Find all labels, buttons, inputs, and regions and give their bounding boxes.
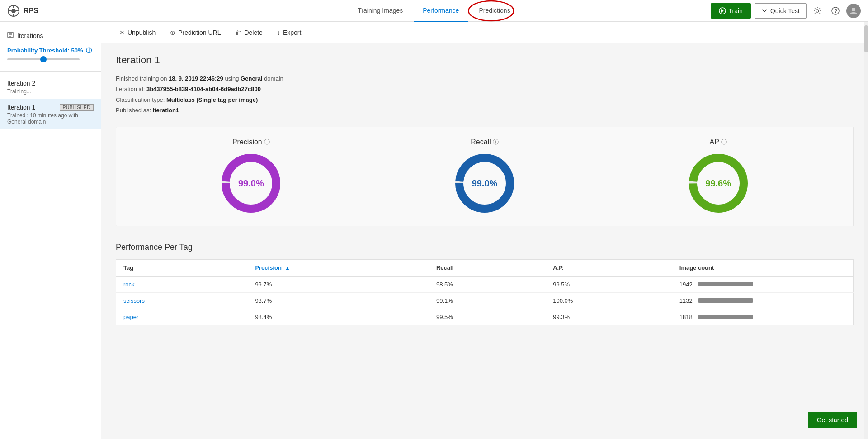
tab-training-images[interactable]: Training Images: [349, 0, 412, 22]
help-button[interactable]: ?: [828, 4, 843, 18]
cell-ap: 99.5%: [546, 276, 672, 293]
iteration1-name: Iteration 1: [7, 104, 35, 111]
probability-info-icon[interactable]: ⓘ: [86, 47, 92, 54]
recall-donut: 99.0%: [453, 152, 516, 215]
image-count-value: 1942: [679, 281, 696, 288]
cell-precision: 98.4%: [248, 309, 429, 325]
cell-ap: 99.3%: [546, 309, 672, 325]
probability-label: Probability Threshold: 50% ⓘ: [7, 47, 94, 55]
content-body: Iteration 1 Finished training on 18. 9. …: [101, 43, 868, 336]
get-started-button[interactable]: Get started: [808, 412, 857, 428]
tag-link[interactable]: paper: [123, 314, 138, 320]
app-logo: RPS: [7, 5, 38, 17]
svg-point-8: [816, 10, 819, 12]
col-header-image-count[interactable]: Image count: [672, 259, 854, 276]
precision-label: Precision ⓘ: [232, 138, 270, 146]
svg-text:?: ?: [835, 8, 838, 14]
cell-tag: scissors: [116, 292, 248, 309]
tag-link[interactable]: scissors: [123, 297, 145, 304]
table-row: rock 99.7% 98.5% 99.5% 1942: [116, 276, 854, 293]
train-button[interactable]: Train: [711, 3, 751, 19]
cell-image-count: 1818: [672, 309, 854, 325]
delete-button[interactable]: 🗑 Delete: [228, 22, 269, 43]
col-header-ap[interactable]: A.P.: [546, 259, 672, 276]
svg-point-1: [11, 9, 16, 13]
cell-recall: 99.1%: [429, 292, 546, 309]
unpublish-button[interactable]: ✕ Unpublish: [112, 22, 163, 43]
image-count-value: 1132: [679, 297, 696, 304]
sidebar-item-iteration1[interactable]: Iteration 1 PUBLISHED Trained : 10 minut…: [0, 99, 101, 129]
scrollbar[interactable]: [864, 22, 868, 439]
delete-icon: 🗑: [235, 29, 241, 36]
content-area: ✕ Unpublish ⊕ Prediction URL 🗑 Delete ↓ …: [101, 22, 868, 439]
iteration-title: Iteration 1: [116, 54, 854, 66]
recall-info-icon[interactable]: ⓘ: [493, 138, 499, 146]
tab-performance[interactable]: Performance: [414, 0, 468, 22]
prediction-url-icon: ⊕: [170, 29, 175, 36]
app-title: RPS: [24, 7, 38, 15]
ap-label: AP ⓘ: [709, 138, 726, 146]
image-count-bar: [698, 315, 753, 319]
precision-value: 99.0%: [238, 178, 264, 188]
performance-per-tag-title: Performance Per Tag: [116, 243, 854, 252]
col-header-tag[interactable]: Tag: [116, 259, 248, 276]
iteration2-subtitle: Training...: [7, 88, 94, 95]
content-toolbar: ✕ Unpublish ⊕ Prediction URL 🗑 Delete ↓ …: [101, 22, 868, 43]
settings-button[interactable]: [810, 4, 825, 18]
cell-image-count: 1132: [672, 292, 854, 309]
cell-tag: rock: [116, 276, 248, 293]
cell-ap: 100.0%: [546, 292, 672, 309]
cell-tag: paper: [116, 309, 248, 325]
metric-ap: AP ⓘ 99.6%: [687, 138, 750, 215]
cell-precision: 99.7%: [248, 276, 429, 293]
export-icon: ↓: [277, 29, 280, 36]
sidebar-iterations-header: Iterations: [0, 29, 101, 42]
quick-test-button[interactable]: Quick Test: [755, 3, 807, 19]
performance-table: Tag Precision ▲ Recall A.P.: [116, 259, 854, 325]
metric-precision: Precision ⓘ 99.0%: [219, 138, 283, 215]
cell-recall: 98.5%: [429, 276, 546, 293]
precision-info-icon[interactable]: ⓘ: [264, 138, 270, 146]
svg-point-11: [852, 8, 855, 11]
main-layout: Iterations Probability Threshold: 50% ⓘ …: [0, 22, 868, 439]
probability-slider[interactable]: [7, 58, 80, 60]
metrics-card: Precision ⓘ 99.0% Recall: [116, 127, 854, 226]
ap-value: 99.6%: [705, 178, 731, 188]
ap-info-icon[interactable]: ⓘ: [721, 138, 727, 146]
sidebar-divider: [0, 71, 101, 72]
recall-value: 99.0%: [472, 178, 498, 188]
export-button[interactable]: ↓ Export: [270, 22, 308, 43]
avatar[interactable]: [846, 4, 861, 18]
logo-icon: [7, 5, 20, 17]
recall-label: Recall ⓘ: [471, 138, 498, 146]
col-header-precision[interactable]: Precision ▲: [248, 259, 429, 276]
sidebar-item-iteration2[interactable]: Iteration 2 Training...: [0, 75, 101, 99]
table-row: scissors 98.7% 99.1% 100.0% 1132: [116, 292, 854, 309]
iteration-meta: Finished training on 18. 9. 2019 22:46:2…: [116, 73, 854, 116]
iterations-icon: [7, 32, 14, 39]
prediction-url-button[interactable]: ⊕ Prediction URL: [163, 22, 228, 43]
published-badge: PUBLISHED: [60, 104, 94, 111]
scrollbar-thumb[interactable]: [864, 25, 868, 52]
cell-image-count: 1942: [672, 276, 854, 293]
ap-donut: 99.6%: [687, 152, 750, 215]
probability-threshold: Probability Threshold: 50% ⓘ: [0, 42, 101, 67]
image-count-value: 1818: [679, 314, 696, 320]
nav-tabs: Training Images Performance Predictions: [349, 0, 519, 22]
sort-arrow-icon: ▲: [285, 265, 290, 271]
iteration2-name: Iteration 2: [7, 80, 35, 87]
col-header-recall[interactable]: Recall: [429, 259, 546, 276]
iteration1-subtitle: Trained : 10 minutes ago with General do…: [7, 112, 94, 125]
tab-predictions[interactable]: Predictions: [470, 0, 519, 22]
sidebar: Iterations Probability Threshold: 50% ⓘ …: [0, 22, 101, 439]
unpublish-icon: ✕: [119, 29, 125, 36]
table-row: paper 98.4% 99.5% 99.3% 1818: [116, 309, 854, 325]
cell-recall: 99.5%: [429, 309, 546, 325]
metric-recall: Recall ⓘ 99.0%: [453, 138, 516, 215]
iterations-label: Iterations: [17, 32, 43, 39]
top-nav: RPS Training Images Performance Predicti…: [0, 0, 868, 22]
image-count-bar: [698, 282, 753, 286]
tag-link[interactable]: rock: [123, 281, 135, 288]
image-count-bar: [698, 298, 753, 303]
nav-right-actions: Train Quick Test ?: [711, 3, 861, 19]
